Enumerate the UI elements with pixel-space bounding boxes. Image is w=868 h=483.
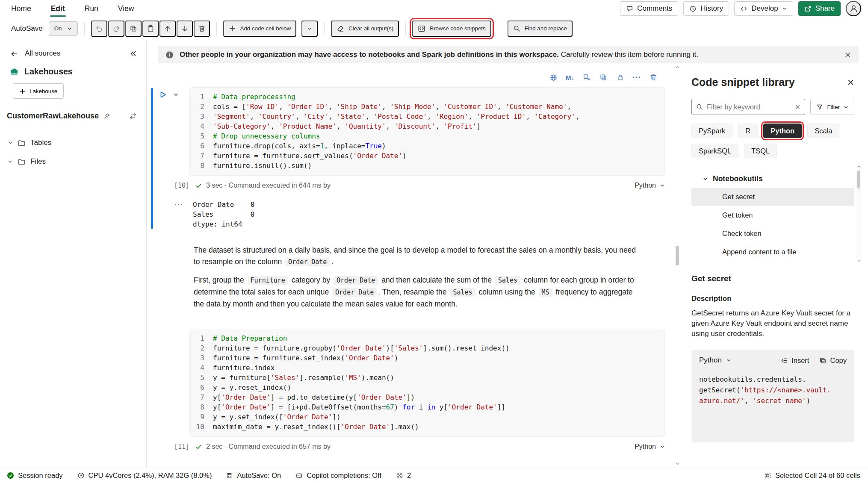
filter-button[interactable]: Filter bbox=[810, 99, 854, 115]
more-cell-actions-button[interactable]: ··· bbox=[629, 70, 644, 85]
paste-button[interactable] bbox=[142, 21, 159, 37]
banner-close-button[interactable] bbox=[844, 50, 851, 59]
code-token: , bbox=[365, 112, 373, 121]
snippet-group-header[interactable]: Notebookutils bbox=[691, 174, 854, 183]
clear-all-outputs-button[interactable]: Clear all output(s) bbox=[331, 21, 399, 37]
copilot-status[interactable]: Copilot completions: Off bbox=[295, 471, 381, 480]
move-cell-button[interactable] bbox=[579, 70, 594, 85]
scrollbar-track[interactable] bbox=[856, 169, 862, 259]
comments-button[interactable]: Comments bbox=[620, 1, 678, 16]
scroll-down-icon[interactable] bbox=[675, 461, 680, 466]
code-token: , bbox=[576, 112, 580, 121]
panel-scrollbar[interactable] bbox=[856, 165, 862, 263]
menu-item-view[interactable]: View bbox=[117, 1, 135, 17]
code-token: , bbox=[435, 103, 443, 111]
run-cell-button[interactable] bbox=[159, 91, 167, 99]
line-number: 7 bbox=[192, 151, 213, 161]
pin-icon[interactable] bbox=[103, 113, 110, 120]
develop-button[interactable]: Develop bbox=[734, 1, 793, 16]
code-line: 7furniture = furniture.sort_values('Orde… bbox=[192, 151, 658, 161]
code-token: )[ bbox=[386, 344, 394, 352]
collapse-sidebar-button[interactable] bbox=[130, 49, 137, 58]
scroll-up-icon[interactable] bbox=[675, 65, 680, 70]
freeze-cell-button[interactable] bbox=[613, 70, 627, 85]
autosave-toggle[interactable]: On bbox=[49, 21, 78, 36]
code-cell-1[interactable]: 1# Data preprocessing2cols = ['Row ID', … bbox=[151, 87, 681, 229]
folder-icon bbox=[18, 158, 26, 166]
move-cell-down-button[interactable] bbox=[177, 21, 193, 37]
move-cell-up-button[interactable] bbox=[159, 21, 176, 37]
menu-item-run[interactable]: Run bbox=[84, 1, 99, 17]
scroll-down-icon[interactable] bbox=[857, 259, 861, 263]
history-button[interactable]: History bbox=[683, 1, 729, 16]
code-token: furniture.index bbox=[213, 364, 275, 372]
lakehouse-item[interactable]: CustomerRawLakehouse bbox=[7, 112, 137, 121]
code-token: furniture = furniture.sort_values( bbox=[213, 152, 353, 160]
language-globe-icon bbox=[549, 74, 558, 82]
convert-to-markdown-button[interactable]: M↓ bbox=[563, 70, 577, 85]
code-editor[interactable]: 1# Data Preparation2furniture = furnitur… bbox=[189, 329, 665, 437]
run-configuration-button[interactable] bbox=[546, 70, 561, 85]
resource-usage[interactable]: CPU 4vCores (2.4%), RAM 32G (8.0%) bbox=[77, 471, 212, 480]
language-pill-tsql[interactable]: TSQL bbox=[744, 144, 777, 158]
tree-item-tables[interactable]: Tables bbox=[0, 133, 146, 152]
switch-lakehouse-icon[interactable] bbox=[129, 112, 137, 120]
markdown-cell[interactable]: The dataset is structured on a daily bas… bbox=[194, 244, 638, 310]
cell-language-selector[interactable]: Python bbox=[635, 182, 665, 189]
scroll-up-icon[interactable] bbox=[857, 165, 861, 169]
line-number: 1 bbox=[192, 92, 213, 102]
language-pill-python[interactable]: Python bbox=[763, 124, 802, 138]
find-and-replace-button[interactable]: Find and replace bbox=[508, 21, 573, 37]
add-cell-dropdown[interactable] bbox=[301, 21, 318, 37]
language-pill-r[interactable]: R bbox=[738, 124, 758, 138]
menu-item-edit[interactable]: Edit bbox=[50, 1, 66, 17]
code-cell-2[interactable]: 1# Data Preparation2furniture = furnitur… bbox=[151, 329, 681, 452]
redo-button[interactable] bbox=[108, 21, 124, 37]
scrollbar-thumb[interactable] bbox=[676, 246, 679, 265]
tree-item-label: Tables bbox=[30, 138, 51, 147]
snippet-item[interactable]: Append content to a file bbox=[691, 243, 854, 261]
language-pill-scala[interactable]: Scala bbox=[807, 124, 839, 138]
tree-item-files[interactable]: Files bbox=[0, 152, 146, 171]
insert-snippet-button[interactable]: Insert bbox=[781, 356, 809, 365]
toolbar-separator bbox=[216, 22, 217, 35]
snippet-item[interactable]: Get secret bbox=[691, 188, 854, 206]
cell-language-selector[interactable]: Python bbox=[635, 443, 665, 451]
code-line: 4'Sub-Category', 'Product Name', 'Quanti… bbox=[192, 121, 658, 131]
language-pill-sparksql[interactable]: SparkSQL bbox=[691, 144, 738, 158]
snippet-language-selector[interactable]: Python bbox=[699, 356, 731, 365]
code-editor[interactable]: 1# Data preprocessing2cols = ['Row ID', … bbox=[189, 87, 665, 176]
scrollbar-thumb[interactable] bbox=[857, 171, 860, 188]
autosave-status[interactable]: AutoSave: On bbox=[226, 471, 281, 480]
language-pill-pyspark[interactable]: PySpark bbox=[691, 124, 732, 138]
scrollbar-track[interactable] bbox=[674, 70, 681, 461]
line-number: 5 bbox=[192, 373, 213, 383]
delete-cell-button[interactable] bbox=[646, 70, 661, 85]
copy-button[interactable] bbox=[125, 21, 142, 37]
undo-button[interactable] bbox=[91, 21, 107, 37]
add-code-cell-button[interactable]: Add code cell below bbox=[223, 21, 297, 37]
snippet-search-box[interactable] bbox=[691, 99, 805, 115]
snippet-item[interactable]: Check token bbox=[691, 224, 854, 243]
add-lakehouse-label: Lakehouse bbox=[30, 88, 57, 94]
collapse-cell-icon[interactable] bbox=[173, 92, 179, 97]
notebook-scrollbar[interactable] bbox=[674, 65, 681, 466]
inline-code: Sales bbox=[450, 288, 475, 297]
browse-code-snippets-button[interactable]: Browse code snippets bbox=[412, 21, 491, 37]
menu-item-home[interactable]: Home bbox=[10, 1, 32, 17]
copy-snippet-button[interactable]: Copy bbox=[819, 356, 847, 365]
delete-cell-button[interactable] bbox=[194, 21, 210, 37]
snippet-search-input[interactable] bbox=[707, 103, 791, 111]
code-token: in bbox=[427, 403, 435, 411]
duplicate-cell-button[interactable] bbox=[596, 70, 611, 85]
back-button[interactable] bbox=[10, 49, 18, 58]
clear-search-icon[interactable] bbox=[795, 104, 800, 110]
panel-close-button[interactable] bbox=[847, 78, 854, 86]
code-token: 'Ship Mode' bbox=[390, 103, 435, 111]
error-count[interactable]: 2 bbox=[396, 471, 411, 480]
account-avatar[interactable] bbox=[846, 1, 861, 16]
share-button[interactable]: Share bbox=[798, 1, 841, 16]
add-lakehouse-button[interactable]: Lakehouse bbox=[13, 83, 64, 99]
all-sources-label[interactable]: All sources bbox=[25, 49, 60, 58]
snippet-item[interactable]: Get token bbox=[691, 206, 854, 224]
